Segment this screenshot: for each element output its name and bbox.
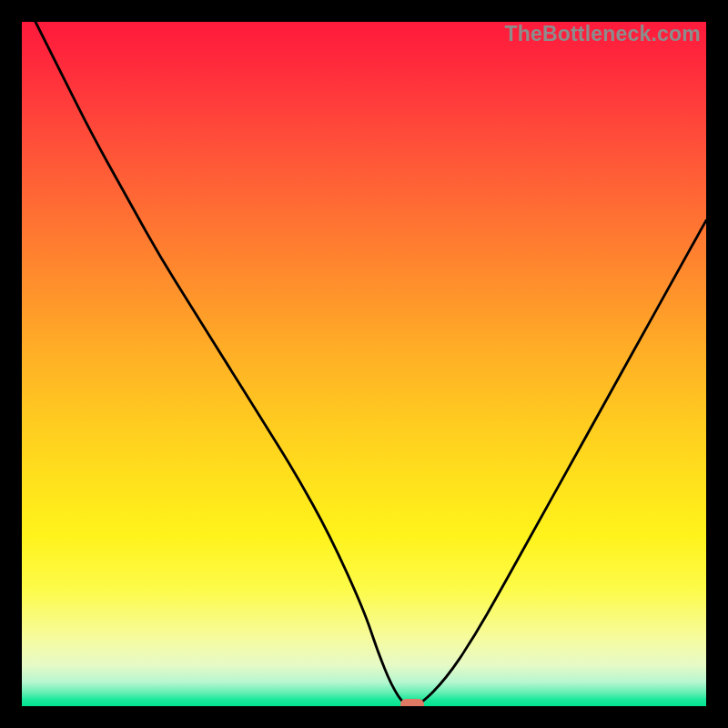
- optimal-marker: [400, 699, 424, 706]
- curve-path: [35, 22, 706, 706]
- chart-frame: TheBottleneck.com: [0, 0, 728, 728]
- plot-area: TheBottleneck.com: [22, 22, 706, 706]
- bottleneck-curve: [22, 22, 706, 706]
- watermark-text: TheBottleneck.com: [504, 22, 701, 46]
